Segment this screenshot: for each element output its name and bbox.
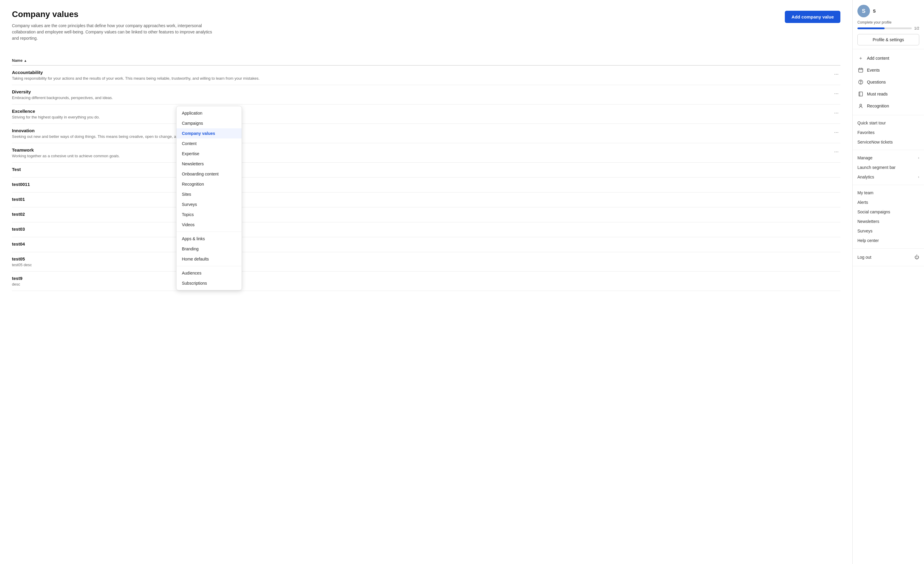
dropdown-item-recognition[interactable]: Recognition	[177, 179, 242, 189]
avatar: S	[857, 5, 870, 17]
row-actions: ···	[832, 147, 840, 156]
sidebar-item-newsletters[interactable]: Newsletters	[853, 217, 924, 226]
row-title: test01	[12, 197, 840, 202]
page-title: Company values	[12, 9, 215, 19]
dropdown-item-subscriptions[interactable]: Subscriptions	[177, 278, 242, 288]
table-row: test04	[12, 237, 840, 252]
row-title: Accountability	[12, 70, 832, 75]
sidebar-profile: S S Complete your profile 1/2 Profile & …	[853, 0, 924, 49]
analytics-label: Analytics	[857, 175, 874, 180]
dropdown-item-application[interactable]: Application	[177, 108, 242, 118]
avatar-letter: S	[862, 8, 866, 14]
table-row: Diversity Embracing different background…	[12, 85, 840, 105]
sidebar-item-manage[interactable]: Manage ›	[853, 153, 924, 163]
bookmark-icon	[857, 91, 864, 97]
row-content: test0011	[12, 182, 840, 188]
complete-profile-text: Complete your profile	[857, 20, 919, 24]
sidebar-item-log-out[interactable]: Log out ⏻	[853, 251, 924, 263]
dropdown-item-content[interactable]: Content	[177, 138, 242, 149]
dropdown-item-audiences[interactable]: Audiences	[177, 268, 242, 278]
sidebar-item-analytics[interactable]: Analytics ›	[853, 172, 924, 182]
row-desc: Seeking out new and better ways of doing…	[12, 134, 832, 139]
sidebar-quick-actions: ＋ Add content Events	[853, 49, 924, 115]
row-desc: Taking responsibility for your actions a…	[12, 76, 832, 81]
progress-row: 1/2	[857, 26, 919, 30]
sidebar-item-questions[interactable]: Questions	[853, 76, 924, 88]
dropdown-item-surveys[interactable]: Surveys	[177, 199, 242, 209]
main-content: Company values Company values are the co…	[0, 0, 852, 564]
row-actions: ···	[832, 70, 840, 78]
row-content: test9 desc	[12, 276, 840, 286]
name-col-label: Name	[12, 58, 22, 63]
dropdown-item-home-defaults[interactable]: Home defaults	[177, 254, 242, 264]
row-desc: Embracing different backgrounds, perspec…	[12, 96, 832, 100]
sidebar-logout-section: Log out ⏻	[853, 248, 924, 266]
row-actions: ···	[832, 109, 840, 117]
sidebar-item-surveys[interactable]: Surveys	[853, 226, 924, 236]
manage-label: Manage	[857, 156, 873, 160]
sidebar-item-events[interactable]: Events	[853, 64, 924, 76]
row-content: Diversity Embracing different background…	[12, 89, 832, 100]
sidebar-item-launch-segment-bar[interactable]: Launch segment bar	[853, 163, 924, 172]
row-desc: Striving for the highest quality in ever…	[12, 115, 832, 120]
row-title: test0011	[12, 182, 840, 187]
question-icon	[857, 79, 864, 85]
table-row: test03	[12, 222, 840, 237]
right-sidebar: S S Complete your profile 1/2 Profile & …	[852, 0, 924, 564]
row-desc: desc	[12, 282, 840, 286]
add-company-value-button[interactable]: Add company value	[785, 11, 840, 23]
sidebar-item-help-center[interactable]: Help center	[853, 236, 924, 245]
dropdown-audience-section: Audiences Subscriptions	[177, 266, 242, 290]
sidebar-item-label: Questions	[867, 80, 919, 84]
sidebar-item-recognition[interactable]: Recognition	[853, 100, 924, 112]
row-more-button[interactable]: ···	[832, 70, 840, 78]
row-more-button[interactable]: ···	[832, 148, 840, 156]
sidebar-manage-section: Manage › Launch segment bar Analytics ›	[853, 150, 924, 185]
sidebar-item-add-content[interactable]: ＋ Add content	[853, 52, 924, 64]
table-row: Accountability Taking responsibility for…	[12, 66, 840, 85]
dropdown-item-newsletters[interactable]: Newsletters	[177, 159, 242, 169]
sidebar-item-quick-start-tour[interactable]: Quick start tour	[853, 118, 924, 128]
dropdown-menu: Application Campaigns Company values Con…	[176, 106, 242, 290]
profile-row: S S	[857, 5, 919, 17]
row-desc: Working together as a cohesive unit to a…	[12, 154, 832, 158]
svg-rect-0	[859, 68, 863, 72]
sidebar-item-label: Add content	[867, 56, 919, 61]
sidebar-item-social-campaigns[interactable]: Social campaigns	[853, 207, 924, 217]
dropdown-item-apps-links[interactable]: Apps & links	[177, 234, 242, 244]
dropdown-item-branding[interactable]: Branding	[177, 244, 242, 254]
progress-bar	[857, 27, 912, 29]
dropdown-item-company-values[interactable]: Company values	[177, 128, 242, 138]
row-title: test04	[12, 241, 840, 247]
row-title: Excellence	[12, 109, 832, 114]
row-desc: test05 desc	[12, 263, 840, 267]
row-more-button[interactable]: ···	[832, 90, 840, 97]
row-title: test03	[12, 226, 840, 232]
sidebar-item-must-reads[interactable]: Must reads	[853, 88, 924, 100]
row-content: test04	[12, 241, 840, 248]
sidebar-item-servicenow-tickets[interactable]: ServiceNow tickets	[853, 137, 924, 147]
row-more-button[interactable]: ···	[832, 109, 840, 117]
row-title: Diversity	[12, 89, 832, 94]
sidebar-item-my-team[interactable]: My team	[853, 188, 924, 197]
profile-settings-button[interactable]: Profile & settings	[857, 34, 919, 45]
dropdown-item-sites[interactable]: Sites	[177, 189, 242, 199]
chevron-right-icon: ›	[918, 156, 919, 160]
sidebar-item-favorites[interactable]: Favorites	[853, 128, 924, 137]
sidebar-item-alerts[interactable]: Alerts	[853, 197, 924, 207]
progress-bar-fill	[857, 27, 885, 29]
header-row: Company values Company values are the co…	[12, 9, 840, 49]
dropdown-item-topics[interactable]: Topics	[177, 209, 242, 220]
name-column-header[interactable]: Name ▲	[12, 58, 27, 63]
dropdown-item-expertise[interactable]: Expertise	[177, 149, 242, 159]
dropdown-item-videos[interactable]: Videos	[177, 220, 242, 230]
dropdown-item-onboarding-content[interactable]: Onboarding content	[177, 169, 242, 179]
row-content: test05 test05 desc	[12, 256, 840, 267]
row-content: test02	[12, 212, 840, 218]
sort-arrow-icon: ▲	[24, 59, 27, 62]
power-icon: ⏻	[915, 254, 919, 260]
table-row: test01	[12, 193, 840, 207]
row-more-button[interactable]: ···	[832, 129, 840, 136]
dropdown-item-campaigns[interactable]: Campaigns	[177, 118, 242, 128]
logout-label: Log out	[857, 255, 872, 260]
